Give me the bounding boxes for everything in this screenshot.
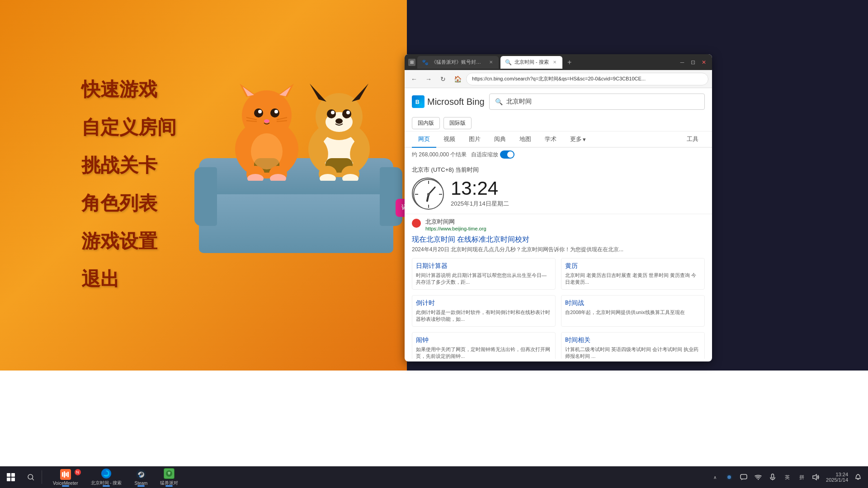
- taskbar-voicemeeter[interactable]: VoiceMeeter N: [47, 467, 84, 487]
- tile-time-battle[interactable]: 时间战 自2008年起，北京时间网提供供unix线换算工具至现在: [561, 295, 705, 327]
- taskbar: VoiceMeeter N 北京时间 - 搜索: [0, 466, 868, 488]
- menu-item-challenge[interactable]: 挑战关卡: [81, 153, 176, 178]
- taskbar-edge-beijing[interactable]: 北京时间 - 搜索: [85, 467, 127, 487]
- tile-countdown[interactable]: 倒计时 此倒计时器是一款倒计时软件，有时间倒计时和在线秒表计时器秒表读秒功能，如…: [412, 295, 556, 327]
- minimize-button[interactable]: ─: [678, 58, 687, 67]
- volume-tray-icon[interactable]: [810, 471, 822, 483]
- clock-date: 2025年1月14日星期二: [451, 200, 509, 208]
- back-button[interactable]: ←: [408, 73, 420, 85]
- auto-expand-toggle[interactable]: 自适应缩放: [471, 150, 514, 159]
- menu-item-quit[interactable]: 退出: [81, 267, 176, 292]
- tab1-close-btn[interactable]: ✕: [488, 59, 494, 66]
- chat-tray-icon[interactable]: [737, 471, 750, 483]
- tab-maps[interactable]: 地图: [513, 131, 538, 148]
- tile-2-title[interactable]: 黄历: [565, 262, 701, 270]
- steam-tray-icon[interactable]: [723, 471, 736, 483]
- home-button[interactable]: 🏠: [452, 73, 463, 85]
- result-favicon: [412, 219, 421, 228]
- tab-images[interactable]: 图片: [462, 131, 487, 148]
- taskbar-steam[interactable]: Steam: [129, 467, 153, 487]
- tile-4-title[interactable]: 时间战: [565, 299, 701, 307]
- voicemeeter-badge: N: [75, 469, 81, 475]
- tray-date: 2025/1/14: [826, 477, 848, 483]
- menu-item-character-list[interactable]: 角色列表: [81, 191, 176, 216]
- wifi-tray-icon[interactable]: [752, 471, 764, 483]
- steam-label: Steam: [134, 481, 147, 486]
- tile-1-title[interactable]: 日期计算器: [416, 262, 552, 270]
- tools-button[interactable]: 工具: [680, 131, 705, 147]
- results-info-bar: 约 268,000,000 个结果 自适应缩放: [405, 148, 712, 161]
- tile-6-desc: 计算机二级考试时间 英语四级考试时间 会计考试时间 执业药师报名时间 ...: [565, 346, 701, 359]
- tile-3-title[interactable]: 倒计时: [416, 299, 552, 307]
- tab-academic[interactable]: 学术: [538, 131, 563, 148]
- tab-webpage[interactable]: 网页: [412, 131, 436, 148]
- region-tab-international[interactable]: 国际版: [443, 117, 472, 129]
- svg-point-30: [342, 109, 351, 118]
- tile-date-calculator[interactable]: 日期计算器 时间计算器说明 此日期计算器可以帮您您出从出生至今日—共存活了多少天…: [412, 258, 556, 290]
- address-bar[interactable]: https://cn.bing.com/search?q=北京时间&qs=HS&…: [466, 73, 708, 85]
- mic-icon-svg: [769, 474, 776, 481]
- region-tab-domestic[interactable]: 国内版: [412, 117, 440, 129]
- browser-tab-2[interactable]: 🔍 北京时间 - 搜索 ✕: [500, 56, 562, 69]
- game-menu: 快速游戏 自定义房间 挑战关卡 角色列表 游戏设置 退出: [81, 77, 176, 292]
- close-button[interactable]: ✕: [699, 58, 708, 67]
- tab-video[interactable]: 视频: [437, 131, 462, 148]
- start-button[interactable]: [2, 468, 20, 486]
- menu-item-quick-game[interactable]: 快速游戏: [81, 77, 176, 102]
- taskbar-search-icon: [27, 473, 35, 481]
- clock-section: 北京市 (UTC+8) 当前时间: [405, 161, 712, 214]
- forward-button[interactable]: →: [423, 73, 434, 85]
- browser-tab-1[interactable]: 🐾 《猛兽派对》账号封禁公告 - 猛... ✕: [417, 56, 499, 69]
- svg-point-7: [270, 108, 279, 117]
- new-tab-button[interactable]: +: [564, 57, 575, 68]
- running-apps-area: VoiceMeeter N 北京时间 - 搜索: [47, 467, 184, 487]
- tile-5-desc: 如果使用中关闭了网页，定时闹钟将无法出钤，但再次打开网页，先前设定的闹钟...: [416, 346, 552, 359]
- browser-page-icon: ⊞: [408, 59, 415, 66]
- menu-item-custom-room[interactable]: 自定义房间: [81, 115, 176, 140]
- toggle-knob: [507, 151, 514, 158]
- notification-center-button[interactable]: [852, 471, 864, 483]
- related-tiles: 日期计算器 时间计算器说明 此日期计算器可以帮您您出从出生至今日—共存活了多少天…: [412, 258, 705, 359]
- lang-pinyin-indicator[interactable]: 拼: [795, 471, 808, 483]
- restore-button[interactable]: ⊡: [689, 58, 698, 67]
- steam-logo-icon: [136, 469, 146, 479]
- beast-party-running-dot: [165, 485, 173, 487]
- menu-item-game-settings[interactable]: 游戏设置: [81, 229, 176, 254]
- tile-almanac[interactable]: 黄历 北京时间 老黄历吉日吉时展查 老黄历 世界时间 黄历查询 今日老黄历...: [561, 258, 705, 290]
- result-description: 2024年4月20日 北京时间现在几点几分几秒？北京时间网告诉你！为您提供现在在…: [412, 245, 705, 253]
- svg-point-58: [101, 469, 111, 479]
- refresh-button[interactable]: ↻: [437, 73, 449, 85]
- browser-titlebar: ⊞ 🐾 《猛兽派对》账号封禁公告 - 猛... ✕ 🔍 北京时间 - 搜索 ✕ …: [405, 54, 712, 70]
- steam-icon: [136, 469, 146, 480]
- tile-time-related[interactable]: 时间相关 计算机二级考试时间 英语四级考试时间 会计考试时间 执业药师报名时间 …: [561, 332, 705, 359]
- auto-expand-label: 自适应缩放: [471, 151, 498, 159]
- svg-rect-56: [66, 473, 67, 476]
- search-box[interactable]: 🔍 北京时间: [489, 94, 705, 110]
- tab-encyclopedia[interactable]: 阅典: [488, 131, 512, 148]
- more-tabs-button[interactable]: 更多 ▾: [564, 131, 592, 147]
- result-title[interactable]: 现在北京时间 在线标准北京时间校对: [412, 235, 705, 244]
- tile-5-title[interactable]: 闹钟: [416, 336, 552, 344]
- mic-tray-icon[interactable]: [766, 471, 779, 483]
- tile-6-title[interactable]: 时间相关: [565, 336, 701, 344]
- voicemeeter-logo-icon: [61, 469, 71, 479]
- steam-running-dot: [137, 485, 145, 487]
- wifi-icon-svg: [755, 474, 762, 481]
- system-clock[interactable]: 13:24 2025/1/14: [824, 472, 850, 483]
- tile-alarm[interactable]: 闹钟 如果使用中关闭了网页，定时闹钟将无法出钤，但再次打开网页，先前设定的闹钟.…: [412, 332, 556, 359]
- clock-title: 北京市 (UTC+8) 当前时间: [412, 166, 705, 174]
- tile-4-desc: 自2008年起，北京时间网提供供unix线换算工具至现在: [565, 309, 701, 316]
- taskbar-search-button[interactable]: [23, 469, 39, 485]
- taskbar-beast-party[interactable]: 猛兽派对: [155, 467, 184, 487]
- sofa-arm-left: [194, 167, 217, 226]
- svg-rect-55: [64, 471, 65, 478]
- sofa-area: [194, 59, 402, 262]
- lang-en-indicator[interactable]: 英: [781, 471, 793, 483]
- svg-point-65: [727, 475, 731, 479]
- auto-expand-switch[interactable]: [500, 150, 514, 159]
- tab2-close-btn[interactable]: ✕: [552, 59, 558, 66]
- expand-tray-button[interactable]: ∧: [708, 471, 721, 483]
- clock-display: 13:24 2025年1月14日星期二: [412, 178, 705, 209]
- search-icon: 🔍: [495, 98, 503, 105]
- svg-text:B: B: [415, 99, 420, 105]
